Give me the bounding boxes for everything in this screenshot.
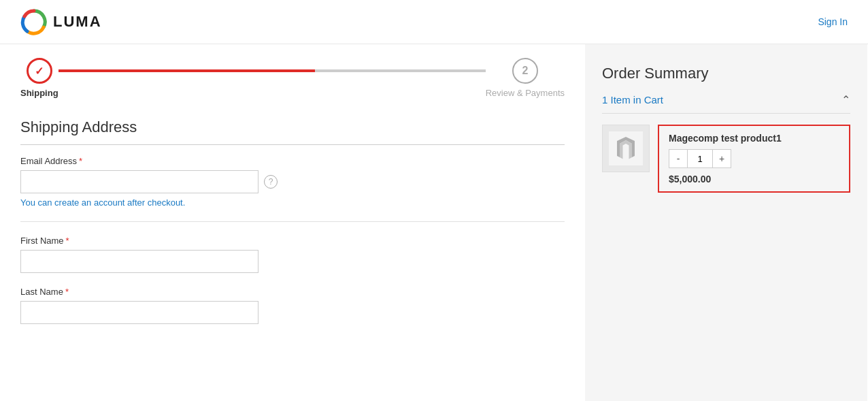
magento-logo-icon <box>609 131 643 165</box>
first-name-required-star: * <box>66 236 69 246</box>
step-1-label: Shipping <box>20 88 59 98</box>
cart-item-details: Magecomp test product1 - + $5,000.00 <box>658 125 850 193</box>
cart-item-name: Magecomp test product1 <box>669 133 839 144</box>
cart-item-image <box>602 125 650 172</box>
logo-text: LUMA <box>53 13 102 31</box>
step-2-circle: 2 <box>512 58 538 84</box>
email-label: Email Address* <box>20 156 565 166</box>
first-name-label: First Name* <box>20 236 565 246</box>
last-name-input[interactable] <box>20 301 258 324</box>
cart-item-price: $5,000.00 <box>669 174 839 185</box>
last-name-label: Last Name* <box>20 287 565 297</box>
sign-in-link[interactable]: Sign In <box>818 16 848 27</box>
email-input-row: ? <box>20 170 565 193</box>
step-2-payments: 2 Review & Payments <box>486 58 565 98</box>
form-divider-1 <box>20 221 565 222</box>
svg-rect-1 <box>609 131 643 165</box>
section-title: Shipping Address <box>20 118 565 145</box>
first-name-input[interactable] <box>20 250 258 273</box>
step-connector <box>59 69 486 72</box>
qty-decrease-button[interactable]: - <box>669 149 688 168</box>
last-name-required-star: * <box>65 287 69 297</box>
cart-count-text: 1 Item in Cart <box>602 94 663 106</box>
step-1-circle: ✓ <box>27 58 52 84</box>
email-input[interactable] <box>20 170 258 193</box>
qty-increase-button[interactable]: + <box>712 149 731 168</box>
form-side: ✓ Shipping 2 Review & Payments Shipping … <box>0 44 585 401</box>
email-required-star: * <box>79 156 82 166</box>
main-container: ✓ Shipping 2 Review & Payments Shipping … <box>0 44 868 401</box>
site-header: LUMA Sign In <box>0 0 868 44</box>
qty-input[interactable] <box>688 149 712 168</box>
create-account-note: You can create an account after checkout… <box>20 197 565 208</box>
chevron-up-icon[interactable]: ⌃ <box>841 93 850 106</box>
checkout-stepper: ✓ Shipping 2 Review & Payments <box>20 58 565 98</box>
step-2-number: 2 <box>522 65 528 77</box>
cart-item: Magecomp test product1 - + $5,000.00 <box>602 125 850 193</box>
order-summary-title: Order Summary <box>602 65 850 82</box>
logo-area: LUMA <box>20 8 102 35</box>
last-name-group: Last Name* <box>20 287 565 324</box>
order-summary-panel: Order Summary 1 Item in Cart ⌃ Magecomp … <box>585 44 867 401</box>
qty-row: - + <box>669 149 839 168</box>
email-help-icon[interactable]: ? <box>264 175 278 189</box>
step-2-label: Review & Payments <box>486 88 565 98</box>
email-group: Email Address* ? You can create an accou… <box>20 156 565 208</box>
step-connector-fill <box>59 69 486 72</box>
checkmark-icon: ✓ <box>35 65 44 78</box>
step-1-shipping: ✓ Shipping <box>20 58 59 98</box>
first-name-group: First Name* <box>20 236 565 273</box>
cart-count-row: 1 Item in Cart ⌃ <box>602 93 850 114</box>
luma-logo-icon <box>20 8 48 35</box>
